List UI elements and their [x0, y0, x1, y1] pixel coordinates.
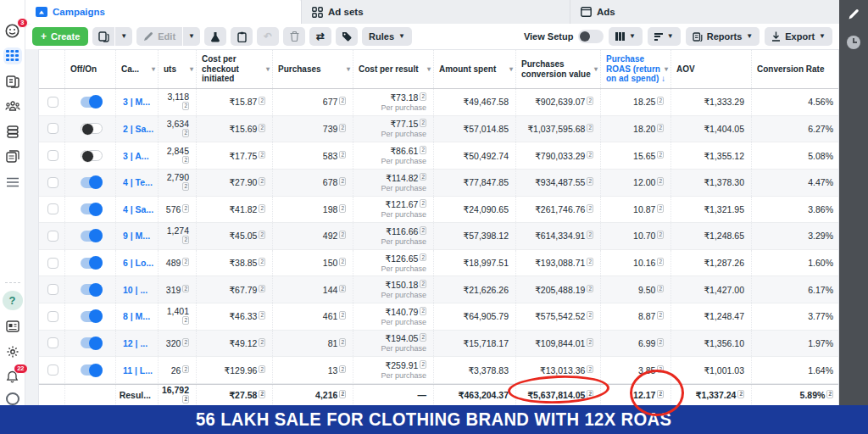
cost_per_result-cell: ₹194.052Per purchase	[353, 331, 433, 357]
notifications-bell-icon[interactable]: 22	[3, 368, 22, 386]
row-checkbox[interactable]	[47, 311, 58, 322]
campaign-name-cell: 8 | M...	[115, 303, 158, 330]
sidebar-item-ads-library[interactable]	[3, 148, 22, 166]
sort-caret-icon[interactable]: ▾	[190, 65, 193, 73]
sort-caret-icon[interactable]: ▾	[509, 65, 513, 73]
delete-button[interactable]	[283, 27, 305, 46]
history-clock-icon[interactable]	[847, 36, 860, 49]
sort-caret-icon[interactable]: ▾	[152, 65, 155, 73]
aov-cell: ₹1,001.03	[670, 357, 751, 383]
row-checkbox[interactable]	[47, 97, 58, 108]
row-checkbox[interactable]	[47, 337, 58, 348]
more-menu-icon[interactable]	[3, 173, 22, 191]
column-header-cost_per_result[interactable]: Cost per result▾	[353, 50, 433, 88]
row-checkbox[interactable]	[47, 284, 58, 295]
tag-button[interactable]	[336, 27, 358, 46]
create-button[interactable]: + Create	[32, 27, 88, 46]
annotation-marker: 2	[587, 204, 593, 213]
column-header-cost_per_checkout[interactable]: Cost per checkout initiated▾	[196, 50, 272, 88]
campaign-toggle[interactable]	[81, 284, 103, 295]
updates-icon[interactable]	[3, 318, 22, 336]
campaign-toggle[interactable]	[81, 123, 103, 134]
edit-button-group: Edit ▼	[136, 27, 200, 46]
assets-sync-button[interactable]: ⇄	[309, 27, 331, 46]
campaign-name-link[interactable]: 2 | Sa...	[123, 124, 151, 134]
sort-caret-icon[interactable]: ▾	[594, 65, 598, 73]
row-checkbox[interactable]	[47, 123, 58, 134]
row-checkbox[interactable]	[47, 258, 58, 269]
row-checkbox[interactable]	[47, 203, 58, 214]
column-header-purchases[interactable]: Purchases▾	[272, 50, 353, 88]
folder-icon	[36, 7, 47, 17]
account-smiley-icon[interactable]: 3	[3, 22, 22, 40]
campaign-toggle[interactable]	[81, 203, 103, 214]
tab-ad-sets[interactable]: Ad sets	[301, 0, 570, 24]
annotation-marker: 2	[339, 151, 346, 159]
campaign-name-link[interactable]: 3 | M...	[123, 97, 151, 107]
rules-button[interactable]: Rules ▼	[362, 27, 412, 46]
column-header-amount_spent[interactable]: Amount spent▾	[433, 50, 515, 88]
sort-caret-icon[interactable]: ▾	[266, 65, 270, 73]
ab-test-button[interactable]	[204, 27, 226, 46]
duplicate-dropdown-button[interactable]: ▼	[115, 27, 132, 46]
campaign-toggle[interactable]	[81, 258, 103, 269]
campaign-toggle[interactable]	[81, 150, 103, 161]
off-on-cell	[64, 89, 115, 115]
tab-campaigns[interactable]: Campaigns	[25, 0, 301, 24]
per-result-type: Per purchase	[381, 130, 426, 138]
sidebar-item-audiences[interactable]	[3, 97, 22, 115]
edit-pencil-icon[interactable]	[848, 8, 860, 24]
amount_spent-cell: ₹64,905.79	[433, 303, 515, 330]
edit-button[interactable]: Edit	[136, 27, 182, 46]
campaign-toggle[interactable]	[81, 337, 103, 348]
settings-gear-icon[interactable]	[3, 342, 22, 360]
campaign-name-link[interactable]: 11 | L...	[123, 365, 151, 376]
column-header-name[interactable]: Ca...▾	[115, 50, 158, 88]
amount_spent-cell: ₹57,398.12	[433, 223, 515, 249]
column-header-checkouts[interactable]: uts▾	[158, 50, 196, 88]
columns-button[interactable]: ▼	[609, 27, 642, 46]
annotation-marker: 2	[657, 285, 664, 293]
duplicate-button[interactable]	[92, 27, 114, 46]
row-checkbox[interactable]	[47, 364, 58, 376]
view-setup-toggle[interactable]	[578, 30, 604, 43]
row-checkbox[interactable]	[47, 150, 58, 161]
export-button[interactable]: Export ▼	[765, 27, 832, 46]
campaign-toggle[interactable]	[81, 311, 103, 322]
campaign-name-link[interactable]: 6 | Lo...	[123, 258, 151, 268]
campaign-name-link[interactable]: 4 | Te...	[123, 177, 151, 187]
campaign-toggle[interactable]	[81, 177, 103, 188]
campaign-toggle[interactable]	[81, 231, 103, 242]
annotation-marker: 2	[182, 102, 189, 110]
campaign-name-link[interactable]: 8 | M...	[123, 311, 151, 321]
sidebar-item-pages[interactable]	[3, 72, 22, 90]
sidebar-item-ads-manager[interactable]	[3, 47, 22, 65]
campaign-name-link[interactable]: 9 | M...	[123, 231, 151, 241]
column-header-conv_value[interactable]: Purchases conversion value▾	[515, 50, 600, 88]
row-checkbox[interactable]	[47, 177, 58, 188]
sort-caret-icon[interactable]: ▾	[427, 65, 431, 73]
edit-dropdown-button[interactable]: ▼	[183, 27, 200, 46]
campaign-name-link[interactable]: 3 | A...	[123, 151, 151, 161]
sidebar-item-billing[interactable]	[3, 123, 22, 141]
reports-button[interactable]: Reports ▼	[686, 27, 760, 46]
campaign-name-link[interactable]: 4 | Sa...	[123, 204, 151, 214]
undo-button[interactable]: ↶	[257, 27, 279, 46]
help-icon[interactable]: ?	[3, 291, 23, 310]
annotation-marker: 2	[587, 97, 593, 105]
aov-cell: ₹1,287.26	[670, 250, 751, 276]
left-sidebar: 3 ? 22	[0, 0, 25, 405]
campaign-toggle[interactable]	[81, 97, 103, 108]
sort-caret-icon[interactable]: ▾	[347, 65, 350, 73]
profile-avatar-partial[interactable]	[6, 392, 19, 405]
row-checkbox[interactable]	[47, 231, 58, 242]
column-header-roas[interactable]: Purchase ROAS (return on ad spend) ↓▾	[600, 50, 670, 88]
clipboard-button[interactable]	[231, 27, 253, 46]
sort-caret-icon[interactable]: ▾	[665, 65, 668, 73]
campaign-name-link[interactable]: 12 | ...	[123, 338, 151, 348]
campaign-toggle[interactable]	[81, 364, 103, 376]
reports-button-label: Reports	[707, 31, 743, 42]
campaign-name-link[interactable]: 10 | ...	[123, 285, 151, 295]
tab-ads[interactable]: Ads	[570, 0, 839, 24]
breakdown-button[interactable]: ▼	[648, 27, 681, 46]
